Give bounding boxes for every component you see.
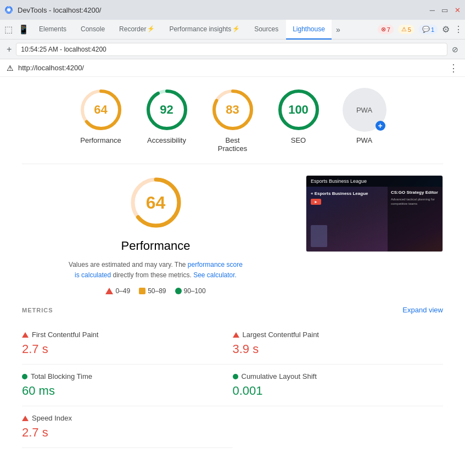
info-count[interactable]: 💬 1	[419, 25, 438, 34]
perf-insights-icon: ⚡	[232, 25, 240, 32]
tab-performance-insights[interactable]: Performance insights ⚡	[163, 20, 246, 40]
metrics-grid: First Contentful Paint 2.7 s Largest Con…	[22, 323, 443, 448]
restore-button[interactable]: ▭	[441, 6, 448, 14]
score-seo[interactable]: 100 SEO	[277, 88, 321, 153]
legend-row: 0–49 50–89 90–100	[22, 287, 289, 295]
expand-view-button[interactable]: Expand view	[402, 306, 443, 314]
tbt-label: Total Blocking Time	[22, 372, 233, 380]
pwa-label-inner: PWA	[356, 106, 372, 114]
best-practices-label: BestPractices	[218, 136, 247, 153]
info-icon: 💬	[422, 26, 430, 33]
performance-large-score: 64	[146, 193, 166, 213]
cls-value: 0.001	[233, 384, 444, 398]
performance-large-circle: 64	[128, 175, 183, 230]
device-icon[interactable]: 📱	[16, 24, 31, 35]
stop-icon[interactable]: ⊘	[452, 45, 458, 54]
legend-orange: 50–89	[139, 287, 166, 295]
score-accessibility[interactable]: 92 Accessibility	[145, 88, 189, 153]
metric-fcp: First Contentful Paint 2.7 s	[22, 323, 233, 365]
lighthouse-content: 64 Performance 92 Accessibility	[0, 77, 465, 476]
legend-red-label: 0–49	[115, 287, 130, 295]
calculator-link[interactable]: See calculator.	[193, 271, 237, 279]
tab-sources[interactable]: Sources	[248, 20, 285, 40]
address-input[interactable]	[16, 43, 447, 56]
performance-score: 64	[94, 103, 107, 117]
performance-detail-left: 64 Performance Values are estimated and …	[22, 175, 289, 295]
recorder-icon: ⚡	[147, 25, 155, 32]
orange-square-icon	[139, 288, 145, 294]
tab-console[interactable]: Console	[74, 20, 111, 40]
pwa-circle: PWA +	[343, 88, 386, 132]
screenshot-header: Esports Business League	[306, 176, 442, 187]
metric-lcp: Largest Contentful Paint 3.9 s	[233, 323, 444, 365]
screenshot-cta: ►	[311, 199, 321, 205]
metric-si: Speed Index 2.7 s	[22, 406, 233, 448]
cls-status-icon	[233, 374, 238, 379]
favicon-row: ⚠ http://localhost:4200/ ⋮	[0, 59, 465, 77]
fcp-value: 2.7 s	[22, 342, 233, 356]
best-practices-score: 83	[226, 103, 239, 117]
title-bar: DevTools - localhost:4200/ ─ ▭ ✕	[0, 0, 465, 20]
more-options-icon[interactable]: ⋮	[454, 24, 463, 35]
more-actions-icon[interactable]: ⋮	[449, 62, 458, 74]
warning-icon: ⚠	[401, 26, 407, 33]
legend-red: 0–49	[105, 287, 130, 295]
accessibility-circle: 92	[145, 88, 189, 132]
score-pwa[interactable]: PWA + PWA	[343, 88, 386, 153]
error-count[interactable]: ⊗ 7	[378, 25, 394, 34]
more-tabs-button[interactable]: »	[333, 25, 344, 34]
seo-circle: 100	[277, 88, 321, 132]
fcp-label: First Contentful Paint	[22, 331, 233, 339]
screenshot-body: « Esports Business League ► CS:GO Strate…	[306, 187, 442, 251]
best-practices-circle: 83	[211, 88, 255, 132]
page-screenshot: Esports Business League « Esports Busine…	[306, 175, 443, 252]
settings-icon[interactable]: ⚙	[442, 24, 450, 35]
legend-orange-label: 50–89	[148, 287, 166, 295]
red-triangle-icon	[105, 288, 113, 294]
new-tab-icon[interactable]: +	[7, 44, 12, 54]
minimize-button[interactable]: ─	[430, 6, 435, 14]
close-button[interactable]: ✕	[455, 6, 461, 14]
window-controls: ─ ▭ ✕	[430, 6, 461, 14]
screenshot-panel-text: Advanced tactical planning for competiti…	[391, 197, 439, 206]
window-title: DevTools - localhost:4200/	[18, 6, 425, 14]
tbt-value: 60 ms	[22, 384, 233, 398]
fcp-status-icon	[22, 332, 29, 338]
cls-label: Cumulative Layout Shift	[233, 372, 444, 380]
error-icon: ⊗	[381, 26, 386, 33]
accessibility-label: Accessibility	[147, 136, 186, 144]
scores-row: 64 Performance 92 Accessibility	[22, 88, 443, 153]
tbt-status-icon	[22, 374, 27, 379]
score-performance[interactable]: 64 Performance	[79, 88, 123, 153]
address-bar: + ⊘	[0, 40, 465, 59]
lcp-label: Largest Contentful Paint	[233, 331, 444, 339]
lcp-status-icon	[233, 332, 239, 338]
score-best-practices[interactable]: 83 BestPractices	[211, 88, 255, 153]
si-label: Speed Index	[22, 414, 233, 422]
legend-green-label: 90–100	[184, 287, 206, 295]
page-url: http://localhost:4200/	[18, 64, 84, 72]
svg-point-1	[7, 8, 10, 12]
inspect-icon[interactable]: ⬚	[2, 24, 15, 35]
screenshot-bottom	[311, 225, 327, 247]
screenshot-header-text: Esports Business League	[311, 178, 367, 184]
performance-title: Performance	[22, 239, 289, 253]
devtools-toolbar: ⬚ 📱 Elements Console Recorder ⚡ Performa…	[0, 20, 465, 40]
performance-label: Performance	[80, 136, 121, 144]
lcp-value: 3.9 s	[233, 342, 444, 356]
seo-score: 100	[288, 103, 309, 117]
screenshot-title: « Esports Business League	[311, 191, 368, 196]
metrics-title: METRICS	[22, 307, 53, 313]
pwa-label: PWA	[356, 136, 372, 144]
chrome-icon	[4, 5, 13, 14]
accessibility-score: 92	[160, 103, 173, 117]
tab-recorder[interactable]: Recorder ⚡	[113, 20, 161, 40]
warning-count[interactable]: ⚠ 5	[398, 25, 414, 34]
tab-lighthouse[interactable]: Lighthouse	[286, 20, 332, 40]
tab-elements[interactable]: Elements	[32, 20, 73, 40]
si-status-icon	[22, 416, 29, 421]
performance-circle: 64	[79, 88, 123, 132]
page-favicon: ⚠	[7, 64, 14, 72]
performance-description: Values are estimated and may vary. The p…	[68, 260, 244, 281]
metrics-header: METRICS Expand view	[22, 306, 443, 314]
